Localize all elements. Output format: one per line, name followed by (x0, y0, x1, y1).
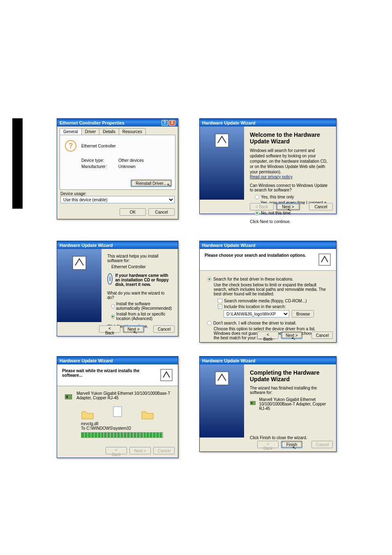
device-type-label: Device type: (81, 158, 118, 163)
wizard-sidebar (57, 249, 101, 322)
device-usage-select[interactable]: Use this device (enable) (60, 196, 175, 203)
check-removable[interactable]: Search removable media (floppy, CD-ROM..… (218, 299, 329, 303)
wizard-continue: Click Next to continue. (250, 219, 330, 224)
cancel-button: Cancel (311, 441, 333, 448)
check-include-location[interactable]: ✓Include this location in the search: (218, 304, 329, 309)
cancel-button[interactable]: Cancel (153, 325, 175, 333)
tab-panel: ? Ethernet Controller Device type: Other… (60, 135, 175, 190)
browse-button[interactable]: Browse (292, 310, 314, 318)
installing-file: mrvclg.dll (81, 421, 171, 426)
tab-driver[interactable]: Driver (81, 128, 100, 135)
network-card-icon (250, 397, 256, 409)
wizard-question: Can Windows connect to Windows Update to… (250, 183, 330, 192)
device-usage-label: Device usage: (60, 191, 175, 196)
wizard-done-text: The wizard has finished installing the s… (250, 386, 330, 395)
folder-source-icon (81, 409, 94, 420)
device-type-value: Other devices (118, 158, 144, 163)
wizard-heading: Welcome to the Hardware Update Wizard (250, 131, 330, 145)
question-chip-icon: ? (64, 139, 77, 152)
wizard-installing-dialog: Hardware Update Wizard Please wait while… (57, 356, 178, 458)
back-button: < Back (250, 203, 274, 210)
manufacturer-label: Manufacturer: (81, 164, 118, 169)
dialog-title: Hardware Update Wizard (60, 358, 113, 363)
titlebar: Hardware Update Wizard (200, 119, 336, 127)
dialog-title: Hardware Update Wizard (202, 358, 256, 363)
wizard-sidebar (200, 364, 244, 438)
dialog-title: Hardware Update Wizard (60, 243, 113, 248)
wizard-device: Ethernet Controller (111, 265, 172, 269)
cd-hint: If your hardware came with an installati… (115, 273, 172, 287)
titlebar: Hardware Update Wizard (57, 241, 178, 249)
back-button: < Back (106, 447, 127, 454)
complete-device: Marvell Yukon Gigabit Ethernet 10/100/10… (259, 397, 330, 411)
back-button[interactable]: < Back (257, 332, 279, 339)
svg-rect-11 (251, 402, 252, 404)
wizard-helps: This wizard helps you install software f… (107, 254, 172, 263)
wizard-desc: Windows will search for current and upda… (250, 148, 330, 175)
titlebar: Hardware Update Wizard (200, 357, 336, 364)
wizard-header: Please choose your search and installati… (200, 249, 336, 271)
wizard-method-dialog: Hardware Update Wizard This wizard helps… (57, 241, 178, 336)
radio-advanced[interactable]: Install from a list or specific location… (111, 312, 172, 321)
info-icon: i (107, 273, 113, 285)
finish-button[interactable]: Finish (281, 441, 302, 448)
back-button: < Back (257, 441, 279, 448)
location-path-select[interactable]: D:\LAN\W&36_logo\WinXP (224, 310, 289, 318)
manufacturer-value: Unknown (118, 164, 136, 169)
tab-resources[interactable]: Resources (119, 128, 146, 135)
titlebar: Hardware Update Wizard (57, 357, 178, 364)
dialog-title: Hardware Update Wizard (202, 120, 256, 125)
wizard-continue: Click Finish to close the wizard. (250, 435, 330, 440)
tab-details[interactable]: Details (99, 128, 119, 135)
close-button[interactable]: X (169, 120, 175, 126)
titlebar: Hardware Update Wizard (200, 241, 336, 249)
radio-no[interactable]: No, not this time (255, 211, 330, 215)
wizard-header: Please wait while the wizard installs th… (57, 364, 178, 386)
installing-device: Marvell Yukon Gigabit Ethernet 10/100/10… (76, 391, 171, 403)
wizard-complete-dialog: Hardware Update Wizard Completing the Ha… (199, 356, 337, 452)
install-progress (81, 432, 163, 438)
dialog-title: Hardware Update Wizard (202, 243, 256, 248)
wizard-header-text: Please choose your search and installati… (205, 253, 306, 258)
device-name: Ethernet Controller (81, 144, 116, 148)
privacy-link[interactable]: Read our privacy policy (250, 175, 293, 179)
back-button[interactable]: < Back (99, 325, 120, 333)
radio-search-best[interactable]: Search for the best driver in these loca… (207, 277, 329, 281)
wizard-icon (214, 132, 230, 149)
radio-yes-once[interactable]: Yes, this time only (255, 195, 330, 199)
wizard-question: What do you want the wizard to do? (107, 291, 172, 300)
cancel-button: Cancel (153, 447, 175, 454)
cancel-button[interactable]: Cancel (148, 208, 175, 216)
reinstall-driver-button[interactable]: Reinstall Driver... (131, 180, 172, 187)
network-card-icon (65, 391, 72, 403)
installing-dest: To C:\WINDOWS\system32 (81, 426, 171, 431)
ok-button[interactable]: OK (120, 208, 146, 216)
tab-row: General Driver Details Resources (57, 127, 178, 135)
svg-rect-10 (250, 401, 256, 405)
folder-dest-icon (141, 409, 154, 420)
svg-rect-6 (65, 395, 72, 399)
svg-text:?: ? (69, 142, 73, 150)
tab-general[interactable]: General (60, 128, 82, 135)
wizard-icon (318, 253, 331, 266)
side-tab (12, 118, 23, 209)
cancel-button[interactable]: Cancel (311, 332, 333, 339)
wizard-icon (160, 368, 173, 382)
radio-dont-search[interactable]: Don't search. I will choose the driver t… (207, 321, 329, 325)
svg-rect-7 (66, 396, 68, 398)
wizard-header-text: Please wait while the wizard installs th… (62, 368, 160, 378)
wizard-icon (214, 370, 230, 387)
flying-file-icon (111, 405, 124, 418)
cancel-button[interactable]: Cancel (309, 203, 333, 210)
radio-auto[interactable]: Install the software automatically (Reco… (111, 302, 172, 311)
wizard-sidebar (200, 127, 244, 200)
wizard-heading: Completing the Hardware Update Wizard (250, 369, 330, 382)
properties-dialog: Ethernet Controller Properties ? X Gener… (57, 118, 178, 219)
next-button: Next > (129, 447, 151, 454)
wizard-welcome-dialog: Hardware Update Wizard Welcome to the Ha… (199, 118, 337, 214)
titlebar: Ethernet Controller Properties ? X (57, 119, 178, 127)
wizard-icon (71, 255, 88, 271)
wizard-search-dialog: Hardware Update Wizard Please choose you… (199, 241, 337, 343)
help-button[interactable]: ? (161, 120, 168, 126)
svg-rect-8 (113, 407, 122, 417)
